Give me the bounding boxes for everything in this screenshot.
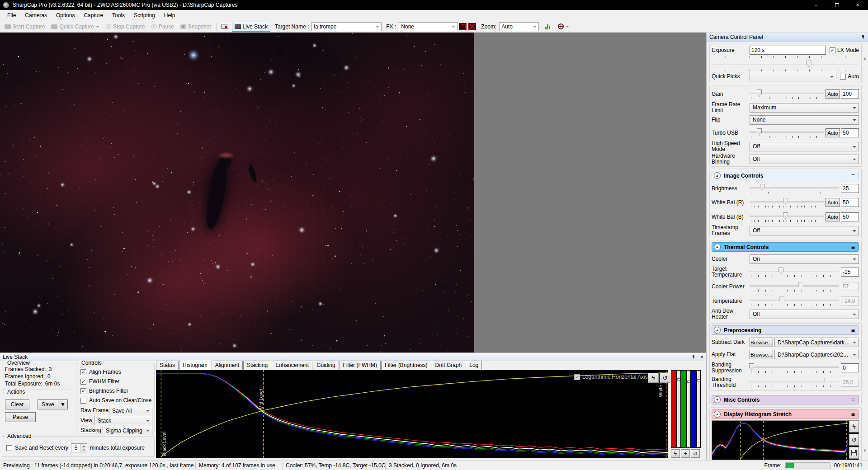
quick-capture-button[interactable]: Quick Capture bbox=[48, 22, 102, 32]
overexposure-indicator-button[interactable] bbox=[459, 23, 467, 30]
gain-slider[interactable] bbox=[750, 89, 824, 97]
blue-level-slider[interactable] bbox=[697, 371, 700, 447]
scroll-down-icon[interactable]: ▼ bbox=[862, 448, 868, 453]
apply-flat-dropdown[interactable]: D:\SharpCap Captures\2020-05-... bbox=[774, 350, 859, 359]
reset-stretch-button[interactable]: ↺ bbox=[849, 434, 859, 446]
menu-tools[interactable]: Tools bbox=[108, 10, 129, 20]
slider-thumb[interactable] bbox=[807, 61, 811, 68]
tab-filter-fwhm-[interactable]: Filter (FWHM) bbox=[340, 361, 381, 370]
reticle-levels-button[interactable]: + bbox=[681, 449, 690, 458]
menu-help[interactable]: Help bbox=[160, 10, 180, 20]
black-level-label[interactable]: Black Level bbox=[161, 432, 167, 456]
high-speed-mode-dropdown[interactable]: Off bbox=[750, 142, 859, 151]
live-stack-button[interactable]: Live Stack bbox=[232, 22, 270, 32]
fwhm-filter-checkbox[interactable]: ✓FWHM Filter bbox=[80, 378, 119, 385]
turbo-usb-value[interactable] bbox=[841, 128, 859, 137]
red-level-slider[interactable] bbox=[677, 371, 680, 447]
turbo-usb-slider[interactable] bbox=[750, 128, 824, 136]
misc-controls-header[interactable]: ▼ Misc Controls ≡ bbox=[712, 395, 859, 404]
gain-auto-button[interactable]: Auto bbox=[826, 89, 840, 99]
menu-file[interactable]: File bbox=[3, 10, 20, 20]
align-frames-checkbox[interactable]: ✓Align Frames bbox=[80, 369, 121, 375]
cooler-dropdown[interactable]: On bbox=[750, 254, 859, 264]
quick-picks-dropdown[interactable] bbox=[750, 72, 836, 81]
auto-levels-button[interactable]: ϟ bbox=[671, 449, 680, 458]
flip-dropdown[interactable]: None bbox=[750, 115, 859, 125]
slider-thumb[interactable] bbox=[760, 184, 765, 191]
slider-thumb[interactable] bbox=[757, 128, 762, 136]
banding-suppression-slider[interactable] bbox=[750, 363, 839, 371]
tab-status[interactable]: Status bbox=[156, 361, 179, 370]
histogram-button[interactable] bbox=[542, 22, 554, 31]
view-dropdown[interactable]: Stack bbox=[94, 416, 152, 425]
auto-stretch-button[interactable]: ϟ bbox=[849, 421, 859, 432]
collapse-icon[interactable]: ▲ bbox=[714, 327, 721, 334]
tab-stacking[interactable]: Stacking bbox=[243, 361, 271, 370]
save-options-button[interactable]: ▼ bbox=[58, 400, 68, 409]
minimize-button[interactable]: – bbox=[806, 0, 826, 10]
target-name-combo[interactable]: la trompe bbox=[311, 22, 382, 31]
collapse-icon[interactable]: ▲ bbox=[714, 411, 721, 418]
close-icon[interactable]: × bbox=[700, 354, 703, 360]
subtract-dark-dropdown[interactable]: D:\SharpCap Captures\darks\Z... bbox=[774, 338, 859, 347]
preview-display-button[interactable] bbox=[219, 22, 231, 31]
red-level-bar[interactable] bbox=[671, 371, 676, 447]
brightness-filter-checkbox[interactable]: ✓Brightness Filter bbox=[80, 388, 128, 394]
pause-button[interactable]: Pause bbox=[149, 22, 177, 32]
close-button[interactable]: × bbox=[847, 0, 868, 10]
thermal-controls-header[interactable]: ▲ Thermal Controls ≡ bbox=[712, 242, 859, 252]
save-stretch-button[interactable] bbox=[849, 447, 859, 459]
menu-scripting[interactable]: Scripting bbox=[129, 10, 160, 20]
tab-drift-graph[interactable]: Drift Graph bbox=[432, 361, 466, 370]
underexposure-indicator-button[interactable] bbox=[468, 23, 476, 30]
expand-icon[interactable]: ▼ bbox=[714, 396, 721, 403]
snapshot-button[interactable]: Snapshot bbox=[178, 22, 214, 32]
tab-filter-brightness-[interactable]: Filter (Brightness) bbox=[381, 361, 431, 370]
exposure-auto-checkbox[interactable] bbox=[840, 74, 846, 80]
white-bal-r-auto-button[interactable]: Auto bbox=[826, 198, 840, 207]
target-temperature-value[interactable] bbox=[841, 268, 859, 277]
display-histogram-stretch-header[interactable]: ▲ Display Histogram Stretch ≡ bbox=[712, 409, 859, 419]
white-bal-r-slider[interactable] bbox=[750, 198, 824, 205]
slider-thumb[interactable] bbox=[783, 198, 788, 205]
image-controls-header[interactable]: ▲ Image Controls ≡ bbox=[712, 171, 859, 180]
target-temperature-slider[interactable] bbox=[750, 268, 839, 275]
slider-thumb[interactable] bbox=[757, 89, 762, 97]
auto-save-checkbox[interactable]: Auto Save on Clear/Close bbox=[80, 397, 151, 404]
slider-thumb[interactable] bbox=[778, 268, 783, 275]
tab-guiding[interactable]: Guiding bbox=[313, 361, 339, 370]
section-menu-icon[interactable]: ≡ bbox=[851, 396, 855, 404]
raw-frames-dropdown[interactable]: Save All bbox=[109, 406, 152, 415]
pause-stack-button[interactable]: Pause bbox=[5, 412, 36, 422]
white-bal-b-value[interactable] bbox=[841, 212, 859, 221]
pin-icon[interactable] bbox=[691, 355, 696, 359]
hardware-binning-dropdown[interactable]: Off bbox=[750, 155, 859, 164]
maximize-button[interactable] bbox=[826, 0, 847, 10]
frame-rate-limit-dropdown[interactable]: Maximum bbox=[750, 103, 859, 113]
stop-capture-button[interactable]: Stop Capture bbox=[103, 22, 148, 32]
tab-log[interactable]: Log bbox=[466, 361, 482, 370]
section-menu-icon[interactable]: ≡ bbox=[851, 244, 855, 251]
interval-spinner[interactable]: 5 ▲▼ bbox=[71, 443, 87, 452]
stretch-histogram-plot[interactable]: ϟ ↺ bbox=[712, 420, 859, 460]
log-axis-toggle[interactable]: ✓ Logarithmic Horizontal Axis bbox=[574, 374, 648, 380]
preprocessing-header[interactable]: ▲ Preprocessing ≡ bbox=[712, 325, 859, 335]
slider-thumb[interactable] bbox=[749, 363, 754, 371]
section-menu-icon[interactable]: ≡ bbox=[851, 327, 855, 334]
auto-histogram-button[interactable]: ϟ bbox=[648, 373, 659, 383]
reset-levels-button[interactable]: ↺ bbox=[691, 449, 700, 458]
section-menu-icon[interactable]: ≡ bbox=[851, 172, 855, 179]
reticule-button[interactable] bbox=[555, 22, 572, 31]
apply-flat-browse-button[interactable]: Browse... bbox=[750, 350, 773, 359]
white-bal-b-slider[interactable] bbox=[750, 212, 824, 220]
spin-up-icon[interactable]: ▲ bbox=[81, 444, 87, 448]
zoom-combo[interactable]: Auto bbox=[499, 22, 539, 31]
banding-suppression-value[interactable] bbox=[841, 363, 859, 372]
slider-thumb[interactable] bbox=[783, 212, 788, 220]
live-histogram-plot[interactable]: Black Level Mid Level White Level ✓ Loga… bbox=[156, 370, 668, 458]
fx-combo[interactable]: None bbox=[399, 22, 458, 31]
reset-histogram-button[interactable]: ↺ bbox=[660, 373, 670, 383]
brightness-value[interactable] bbox=[841, 184, 859, 193]
mid-level-label[interactable]: Mid Level bbox=[258, 389, 264, 409]
blue-level-bar[interactable] bbox=[691, 371, 696, 447]
